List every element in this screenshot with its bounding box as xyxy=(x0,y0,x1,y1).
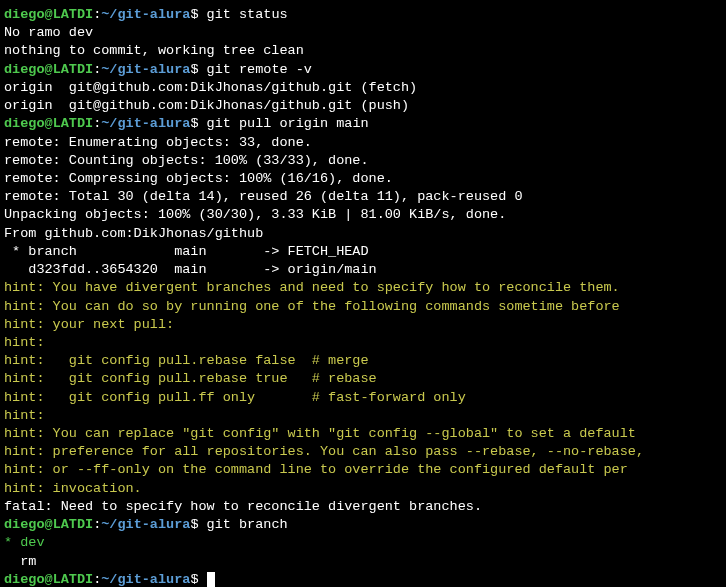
hint-8: hint: xyxy=(4,407,722,425)
cmd-remote: git remote -v xyxy=(207,62,312,77)
branch-current: * dev xyxy=(4,534,722,552)
hint-1: hint: You have divergent branches and ne… xyxy=(4,279,722,297)
status-line2: nothing to commit, working tree clean xyxy=(4,42,722,60)
prompt-host: LATDI xyxy=(53,7,94,22)
prompt-at: @ xyxy=(45,7,53,22)
pull-line4: remote: Total 30 (delta 14), reused 26 (… xyxy=(4,188,722,206)
status-line1: No ramo dev xyxy=(4,24,722,42)
pull-line2: remote: Counting objects: 100% (33/33), … xyxy=(4,152,722,170)
pull-line7: * branch main -> FETCH_HEAD xyxy=(4,243,722,261)
prompt-line-active[interactable]: diego@LATDI:~/git-alura$ xyxy=(4,571,722,587)
hint-2: hint: You can do so by running one of th… xyxy=(4,298,722,316)
prompt-user: diego xyxy=(4,7,45,22)
prompt-line-remote: diego@LATDI:~/git-alura$ git remote -v xyxy=(4,61,722,79)
remote-line1: origin git@github.com:DikJhonas/github.g… xyxy=(4,79,722,97)
prompt-line-pull: diego@LATDI:~/git-alura$ git pull origin… xyxy=(4,115,722,133)
hint-4: hint: xyxy=(4,334,722,352)
prompt-line-branch: diego@LATDI:~/git-alura$ git branch xyxy=(4,516,722,534)
cmd-status: git status xyxy=(207,7,288,22)
hint-11: hint: or --ff-only on the command line t… xyxy=(4,461,722,479)
remote-line2: origin git@github.com:DikJhonas/github.g… xyxy=(4,97,722,115)
hint-9: hint: You can replace "git config" with … xyxy=(4,425,722,443)
pull-line8: d323fdd..3654320 main -> origin/main xyxy=(4,261,722,279)
cmd-pull: git pull origin main xyxy=(207,116,369,131)
fatal-line: fatal: Need to specify how to reconcile … xyxy=(4,498,722,516)
hint-3: hint: your next pull: xyxy=(4,316,722,334)
hint-6: hint: git config pull.rebase true # reba… xyxy=(4,370,722,388)
hint-10: hint: preference for all repositories. Y… xyxy=(4,443,722,461)
pull-line5: Unpacking objects: 100% (30/30), 3.33 Ki… xyxy=(4,206,722,224)
prompt-dollar: $ xyxy=(190,7,206,22)
pull-line6: From github.com:DikJhonas/github xyxy=(4,225,722,243)
prompt-path: ~/git-alura xyxy=(101,7,190,22)
branch-other: rm xyxy=(4,553,722,571)
cmd-branch: git branch xyxy=(207,517,288,532)
cursor-icon[interactable] xyxy=(207,572,215,587)
terminal-output: diego@LATDI:~/git-alura$ git status No r… xyxy=(4,6,722,587)
hint-12: hint: invocation. xyxy=(4,480,722,498)
hint-5: hint: git config pull.rebase false # mer… xyxy=(4,352,722,370)
hint-7: hint: git config pull.ff only # fast-for… xyxy=(4,389,722,407)
prompt-line-status: diego@LATDI:~/git-alura$ git status xyxy=(4,6,722,24)
pull-line1: remote: Enumerating objects: 33, done. xyxy=(4,134,722,152)
pull-line3: remote: Compressing objects: 100% (16/16… xyxy=(4,170,722,188)
